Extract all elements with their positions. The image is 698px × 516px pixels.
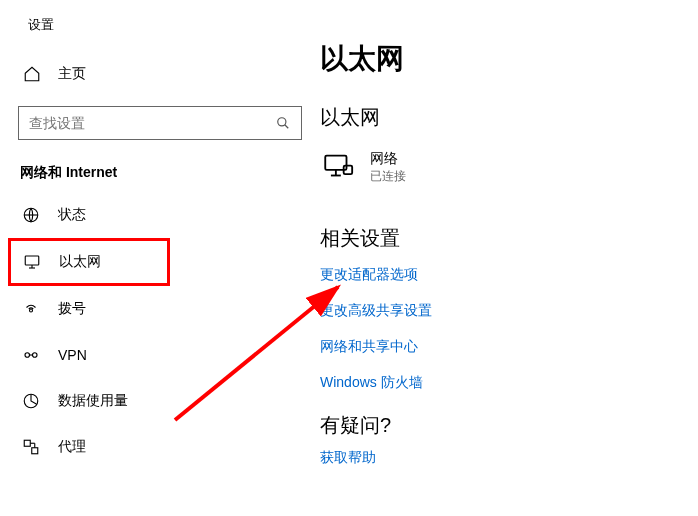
category-label: 网络和 Internet: [0, 158, 320, 192]
nav-item-datausage[interactable]: 数据使用量: [0, 378, 320, 424]
nav-item-vpn[interactable]: VPN: [0, 332, 320, 378]
nav-item-status[interactable]: 状态: [0, 192, 320, 238]
dialup-icon: [22, 300, 40, 318]
nav-label: 状态: [58, 206, 86, 224]
main-content: 以太网 以太网 网络 已连接 相关设置 更改适配器选项 更改高级共享设置 网络和…: [320, 0, 698, 516]
sidebar: 设置 主页 网络和 Internet 状态 以太网: [0, 0, 320, 516]
section-title: 以太网: [320, 104, 698, 131]
nav-label: 以太网: [59, 253, 101, 271]
nav-label: VPN: [58, 347, 87, 363]
related-settings-title: 相关设置: [320, 225, 698, 252]
svg-point-0: [278, 118, 286, 126]
status-icon: [22, 206, 40, 224]
home-button[interactable]: 主页: [0, 54, 320, 94]
link-firewall[interactable]: Windows 防火墙: [320, 374, 698, 392]
nav-item-ethernet[interactable]: 以太网: [8, 238, 170, 286]
search-input[interactable]: [29, 115, 275, 131]
page-title: 以太网: [320, 40, 698, 78]
svg-rect-4: [25, 256, 39, 265]
vpn-icon: [22, 346, 40, 364]
nav-item-dialup[interactable]: 拨号: [0, 286, 320, 332]
link-sharing-settings[interactable]: 更改高级共享设置: [320, 302, 698, 320]
network-name: 网络: [370, 150, 406, 168]
proxy-icon: [22, 438, 40, 456]
search-input-wrap[interactable]: [18, 106, 302, 140]
network-icon: [320, 149, 356, 185]
home-label: 主页: [58, 65, 86, 83]
nav-label: 拨号: [58, 300, 86, 318]
svg-point-7: [30, 309, 33, 312]
network-status-row[interactable]: 网络 已连接: [320, 149, 698, 185]
svg-rect-12: [24, 440, 30, 446]
nav-label: 代理: [58, 438, 86, 456]
network-status: 已连接: [370, 168, 406, 185]
home-icon: [22, 64, 42, 84]
data-usage-icon: [22, 392, 40, 410]
svg-point-9: [33, 353, 38, 358]
link-adapter-options[interactable]: 更改适配器选项: [320, 266, 698, 284]
svg-rect-13: [32, 448, 38, 454]
svg-line-1: [285, 125, 289, 129]
svg-point-8: [25, 353, 30, 358]
question-title: 有疑问?: [320, 412, 698, 439]
link-get-help[interactable]: 获取帮助: [320, 449, 698, 467]
search-icon: [275, 115, 291, 131]
link-network-center[interactable]: 网络和共享中心: [320, 338, 698, 356]
nav-label: 数据使用量: [58, 392, 128, 410]
ethernet-icon: [23, 253, 41, 271]
nav-item-proxy[interactable]: 代理: [0, 424, 320, 470]
app-title: 设置: [0, 10, 320, 54]
